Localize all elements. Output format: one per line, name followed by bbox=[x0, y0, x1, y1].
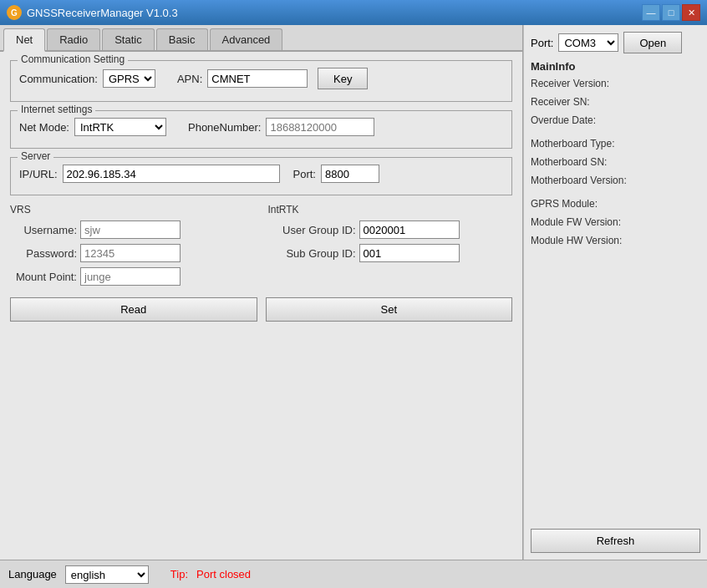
right-panel: Port: COM3 Open MainInfo Receiver Versio… bbox=[523, 25, 707, 560]
left-panel: Net Radio Static Basic Advanced Communic… bbox=[0, 25, 523, 560]
server-row: IP/URL: Port: bbox=[19, 165, 503, 183]
tab-bar: Net Radio Static Basic Advanced bbox=[0, 25, 522, 52]
vrs-title: VRS bbox=[10, 204, 255, 215]
internet-section-title: Internet settings bbox=[18, 104, 95, 115]
module-hw-row: Module HW Version: bbox=[531, 235, 700, 246]
apn-label: APN: bbox=[177, 73, 202, 85]
net-mode-label: Net Mode: bbox=[19, 121, 69, 134]
apn-input[interactable] bbox=[207, 69, 308, 88]
minimize-button[interactable]: — bbox=[642, 4, 660, 21]
module-hw-label: Module HW Version: bbox=[531, 235, 622, 246]
subgroup-input[interactable] bbox=[359, 244, 460, 262]
receiver-version-row: Receiver Version: bbox=[531, 78, 700, 89]
title-bar: G GNSSReceiverManager V1.0.3 — □ ✕ bbox=[0, 0, 707, 25]
bottom-sections: VRS Username: Password: Mount Point: bbox=[10, 204, 512, 291]
comm-section: Communication Setting Communication: GPR… bbox=[10, 60, 512, 102]
password-label: Password: bbox=[10, 247, 77, 260]
port-select[interactable]: COM3 bbox=[558, 33, 618, 52]
password-input[interactable] bbox=[80, 244, 181, 262]
phone-input[interactable] bbox=[266, 118, 374, 136]
tip-label: Tip: bbox=[170, 568, 188, 580]
module-fw-label: Module FW Version: bbox=[531, 216, 621, 228]
language-select[interactable]: english bbox=[65, 565, 149, 584]
receiver-version-label: Receiver Version: bbox=[531, 78, 609, 89]
port-label: Port: bbox=[293, 168, 316, 180]
refresh-button[interactable]: Refresh bbox=[531, 529, 700, 553]
username-label: Username: bbox=[10, 224, 77, 236]
tab-net[interactable]: Net bbox=[3, 28, 45, 52]
subgroup-row: Sub Group ID: bbox=[268, 244, 513, 262]
server-section-title: Server bbox=[18, 150, 53, 162]
ip-input[interactable] bbox=[63, 165, 280, 183]
usergroup-row: User Group ID: bbox=[268, 220, 513, 239]
overdue-date-row: Overdue Date: bbox=[531, 114, 700, 126]
tab-basic[interactable]: Basic bbox=[156, 28, 208, 50]
username-input[interactable] bbox=[80, 220, 181, 239]
motherboard-type-row: Motherboard Type: bbox=[531, 138, 700, 150]
window-controls: — □ ✕ bbox=[642, 4, 700, 21]
tab-advanced[interactable]: Advanced bbox=[210, 28, 283, 50]
intrtk-title: IntRTK bbox=[268, 204, 513, 215]
mount-row: Mount Point: bbox=[10, 267, 255, 286]
motherboard-type-label: Motherboard Type: bbox=[531, 138, 615, 150]
key-button[interactable]: Key bbox=[318, 68, 368, 89]
usergroup-input[interactable] bbox=[359, 220, 460, 239]
port-label: Port: bbox=[531, 37, 553, 49]
usergroup-label: User Group ID: bbox=[268, 224, 356, 236]
comm-label: Communication: bbox=[19, 73, 98, 85]
motherboard-sn-label: Motherboard SN: bbox=[531, 156, 607, 168]
open-button[interactable]: Open bbox=[623, 32, 682, 53]
tip-message: Port closed bbox=[196, 568, 251, 580]
right-panel-inner: Port: COM3 Open MainInfo Receiver Versio… bbox=[531, 32, 700, 553]
server-section: Server IP/URL: Port: bbox=[10, 157, 512, 195]
status-bar: Language english Tip: Port closed bbox=[0, 560, 707, 588]
motherboard-version-row: Motherboard Version: bbox=[531, 175, 700, 186]
language-label: Language bbox=[8, 568, 57, 580]
username-row: Username: bbox=[10, 220, 255, 239]
internet-row: Net Mode: IntRTK PhoneNumber: bbox=[19, 118, 503, 136]
receiver-sn-label: Receiver SN: bbox=[531, 96, 590, 108]
subgroup-label: Sub Group ID: bbox=[268, 247, 356, 260]
intrtk-col: IntRTK User Group ID: Sub Group ID: bbox=[268, 204, 513, 291]
motherboard-sn-row: Motherboard SN: bbox=[531, 156, 700, 168]
receiver-sn-row: Receiver SN: bbox=[531, 96, 700, 108]
set-button[interactable]: Set bbox=[266, 297, 513, 322]
action-row: Read Set bbox=[10, 297, 512, 322]
port-row: Port: COM3 Open bbox=[531, 32, 700, 53]
tab-static[interactable]: Static bbox=[102, 28, 155, 50]
close-button[interactable]: ✕ bbox=[682, 4, 700, 21]
gprs-module-label: GPRS Module: bbox=[531, 198, 598, 210]
mount-label: Mount Point: bbox=[10, 271, 77, 283]
phone-label: PhoneNumber: bbox=[188, 121, 261, 134]
gprs-module-row: GPRS Module: bbox=[531, 198, 700, 210]
comm-section-title: Communication Setting bbox=[18, 53, 128, 65]
info-list: Receiver Version: Receiver SN: Overdue D… bbox=[531, 78, 700, 529]
main-container: Net Radio Static Basic Advanced Communic… bbox=[0, 25, 707, 560]
tab-radio[interactable]: Radio bbox=[47, 28, 100, 50]
maininfo-title: MainInfo bbox=[531, 60, 700, 73]
net-mode-select[interactable]: IntRTK bbox=[74, 118, 166, 136]
internet-section: Internet settings Net Mode: IntRTK Phone… bbox=[10, 110, 512, 149]
overdue-date-label: Overdue Date: bbox=[531, 114, 596, 126]
app-icon: G bbox=[7, 5, 22, 20]
title-bar-left: G GNSSReceiverManager V1.0.3 bbox=[7, 5, 178, 20]
maximize-button[interactable]: □ bbox=[662, 4, 680, 21]
vrs-col: VRS Username: Password: Mount Point: bbox=[10, 204, 255, 291]
password-row: Password: bbox=[10, 244, 255, 262]
read-button[interactable]: Read bbox=[10, 297, 257, 322]
server-port-input[interactable] bbox=[321, 165, 379, 183]
window-title: GNSSReceiverManager V1.0.3 bbox=[27, 7, 178, 19]
comm-row: Communication: GPRS APN: Key bbox=[19, 68, 503, 89]
tab-content: Communication Setting Communication: GPR… bbox=[0, 52, 522, 330]
comm-select[interactable]: GPRS bbox=[103, 69, 155, 88]
module-fw-row: Module FW Version: bbox=[531, 216, 700, 228]
motherboard-version-label: Motherboard Version: bbox=[531, 175, 627, 186]
mount-input[interactable] bbox=[80, 267, 181, 286]
ip-label: IP/URL: bbox=[19, 168, 58, 180]
